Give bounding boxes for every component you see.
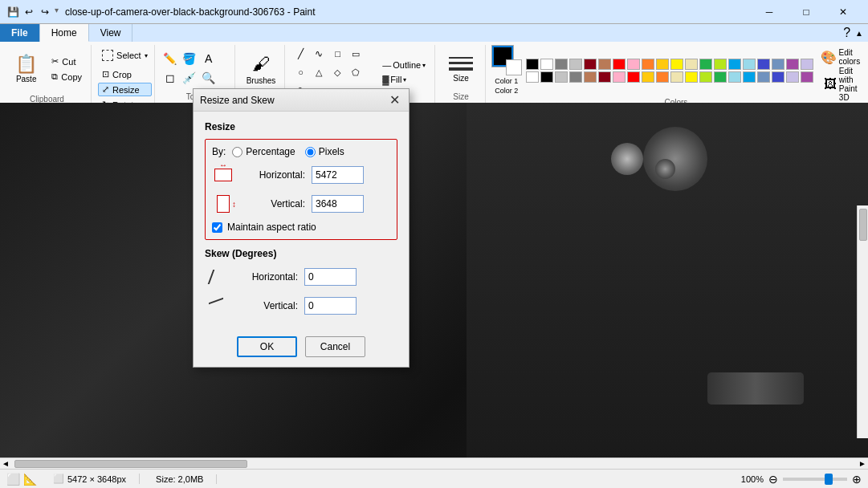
pixels-radio[interactable] [305,147,316,157]
resize-horizontal-icon: ↔ [212,164,234,186]
resize-radio-group: Percentage Pixels [232,146,344,157]
skew-horizontal-row: Horizontal: [205,266,397,288]
dialog-body: Resize By: Percentage Pixels [194,112,409,367]
resize-skew-dialog: Resize and Skew ✕ Resize By: Percentage [193,88,410,368]
percentage-radio[interactable] [232,147,242,157]
skew-vertical-input[interactable] [304,297,357,315]
ok-button[interactable]: OK [237,336,297,357]
dialog-overlay: Resize and Skew ✕ Resize By: Percentage [0,0,868,488]
dialog-buttons: OK Cancel [205,328,397,357]
maintain-aspect-checkbox[interactable] [212,222,222,233]
skew-horizontal-icon [205,266,227,288]
horizontal-field-row: ↔ Horizontal: [212,164,390,186]
dialog-titlebar[interactable]: Resize and Skew ✕ [194,89,409,112]
horizontal-input[interactable] [312,166,364,184]
resize-box: By: Percentage Pixels [205,139,397,240]
skew-section: Skew (Degrees) Horizontal: Vertical: [205,248,397,317]
by-row: By: Percentage Pixels [212,146,390,157]
cancel-button[interactable]: Cancel [305,336,365,357]
resize-vertical-icon: ↕ [212,193,234,215]
vertical-field-row: ↕ Vertical: [212,193,390,215]
skew-vertical-icon [205,295,227,317]
skew-horizontal-input[interactable] [304,268,357,286]
skew-vertical-row: Vertical: [205,295,397,317]
maintain-aspect-label[interactable]: Maintain aspect ratio [227,222,316,233]
vertical-input[interactable] [312,195,364,213]
pixels-radio-label[interactable]: Pixels [305,146,344,157]
maintain-aspect-row: Maintain aspect ratio [212,222,390,233]
percentage-radio-label[interactable]: Percentage [232,146,295,157]
dialog-close-button[interactable]: ✕ [386,92,402,108]
